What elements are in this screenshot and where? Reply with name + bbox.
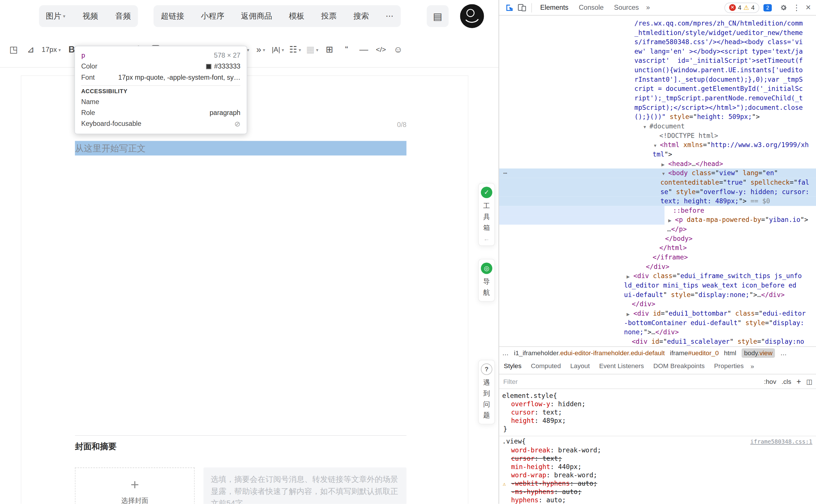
device-toolbar-icon[interactable]	[516, 1, 528, 14]
dom-tree-line[interactable]: <!DOCTYPE html>	[499, 131, 816, 140]
dom-tree-line[interactable]: _htmledition/style/widget/ueditor_new/th…	[499, 28, 816, 38]
dom-tree-line[interactable]: contenteditable="true" spellcheck="fal	[499, 178, 816, 187]
dom-tree-line[interactable]: ▶<head>…</head>	[499, 159, 816, 169]
dom-tree-line[interactable]: ript');_tmpScript.parentNode.removeChild…	[499, 93, 816, 103]
letter-spacing-icon[interactable]: |A|▾	[272, 42, 284, 57]
tag-icon[interactable]: ◳	[7, 42, 20, 57]
dom-tree-line[interactable]: ();}())" style="height: 509px;">	[499, 112, 816, 122]
widget-toolbox[interactable]: ✓工具箱←	[478, 183, 495, 246]
select-cover-button[interactable]: + 选择封面	[75, 468, 194, 504]
widget-help[interactable]: ?遇到问题	[478, 360, 495, 424]
divider-icon[interactable]: —	[358, 42, 370, 57]
dom-tree-line[interactable]: ui-default" style="display:none;">…</div…	[499, 290, 816, 300]
font-size-select[interactable]: 17px▾	[42, 42, 61, 57]
toolbar-button[interactable]: 搜索	[354, 11, 369, 21]
dom-tree-line[interactable]: …▼<body class="view" lang="en"	[499, 169, 816, 178]
css-property[interactable]: cursor: text;	[502, 408, 812, 417]
insert-image-icon[interactable]: ▦▾	[306, 42, 319, 57]
expand-arrow-icon[interactable]: ▶	[627, 310, 634, 319]
expand-arrow-icon[interactable]: ▶	[668, 216, 675, 226]
dom-tree-line[interactable]: </iframe>	[499, 253, 816, 262]
tab-properties[interactable]: Properties	[709, 359, 748, 374]
more-tabs-icon[interactable]: »	[644, 4, 652, 11]
dom-tree-line[interactable]: /res.wx.qq.com/mpres/zh_CN/htmledition/c…	[499, 19, 816, 28]
dom-tree-line[interactable]: cript = document.getElementById('_initia…	[499, 84, 816, 94]
dom-tree-line[interactable]: vascript' id='_initialScript'>setTimeout…	[499, 56, 816, 66]
toolbar-button[interactable]: 返佣商品	[241, 11, 272, 21]
css-property[interactable]: -ms-hyphens: auto;	[502, 488, 812, 496]
more-styles-tabs-icon[interactable]: »	[748, 363, 756, 370]
expand-arrow-icon[interactable]: ▶	[661, 160, 668, 170]
list-icon[interactable]: ☷▾	[289, 42, 302, 57]
toolbar-button[interactable]: 图片▾	[46, 11, 65, 21]
css-property[interactable]: height: 489px;	[502, 417, 812, 425]
dom-tree-line[interactable]: -bottomContainer edui-default" style="di…	[499, 318, 816, 328]
settings-gear-icon[interactable]	[777, 1, 790, 14]
account-avatar[interactable]	[460, 4, 484, 28]
breadcrumb-item[interactable]: iframe#ueditor_0	[670, 349, 719, 356]
tab-event-listeners[interactable]: Event Listeners	[594, 359, 649, 374]
css-property[interactable]: min-height: 440px;	[502, 463, 812, 471]
widget-navigate[interactable]: ◎导航	[478, 259, 495, 302]
breadcrumb-item[interactable]: i1_iframeholder.edui-editor-iframeholder…	[514, 349, 665, 356]
dom-tree-line[interactable]: ▼<html xmlns="http://www.w3.org/1999/xh	[499, 140, 816, 150]
dom-tree-line[interactable]: tml">	[499, 150, 816, 159]
dom-tree-line[interactable]: mpScript);</script></html>");document.cl…	[499, 103, 816, 112]
css-property[interactable]: overflow-y: hidden;	[502, 400, 812, 408]
dom-tree-line[interactable]: </div>	[499, 262, 816, 271]
close-devtools-icon[interactable]: ×	[804, 2, 813, 13]
node-menu-icon[interactable]: …	[503, 167, 507, 176]
expand-arrow-icon[interactable]: ▶	[627, 272, 634, 282]
styles-filter-input[interactable]: Filter	[503, 378, 759, 385]
emoji-icon[interactable]: ☺	[392, 42, 405, 57]
table-icon[interactable]: ⊞	[323, 42, 336, 57]
collapse-arrow-icon[interactable]: ▼	[643, 123, 650, 132]
dom-tree-line[interactable]: </html>	[499, 243, 816, 253]
tab-layout[interactable]: Layout	[565, 359, 594, 374]
toggle-hover-state-button[interactable]: :hov	[764, 378, 776, 385]
toolbar-button[interactable]: ⋯	[386, 11, 393, 21]
issues-button[interactable]: 2	[764, 4, 772, 11]
style-icon[interactable]: ⊿	[24, 42, 37, 57]
dom-tree-line[interactable]: ▶<div id="edui1_bottombar" class="edui-e…	[499, 309, 816, 318]
dom-tree-line[interactable]: …</p>	[499, 225, 816, 234]
dom-tree-line[interactable]: ▼#document	[499, 122, 816, 131]
css-property[interactable]: word-break: break-word;	[502, 446, 812, 454]
dom-tree-line[interactable]: ▶<p data-mpa-powered-by="yiban.io">	[499, 215, 816, 225]
tab-elements[interactable]: Elements	[535, 0, 574, 15]
tab-computed[interactable]: Computed	[526, 359, 565, 374]
collapse-arrow-icon[interactable]: ▼	[661, 169, 668, 179]
rule-header[interactable]: element.style {	[502, 392, 812, 400]
css-property[interactable]: ⚠-webkit-hyphens: auto;	[502, 479, 812, 488]
css-property[interactable]: word-wrap: break-word;	[502, 471, 812, 479]
toolbar-button[interactable]: 模板	[289, 11, 305, 21]
toolbar-button[interactable]: 音频	[115, 11, 131, 21]
code-icon[interactable]: </>	[375, 42, 387, 57]
inspected-paragraph[interactable]: 从这里开始写正文	[75, 141, 406, 156]
dom-tree-line[interactable]: </body>	[499, 234, 816, 243]
new-style-rule-button[interactable]: +	[797, 377, 801, 386]
tab-dom-breakpoints[interactable]: DOM Breakpoints	[649, 359, 710, 374]
collapse-arrow-icon[interactable]: ▼	[653, 141, 660, 151]
dom-tree-line[interactable]: se" style="overflow-y: hidden; cursor:	[499, 187, 816, 197]
dom-tree-line[interactable]: ew' lang='en' ></body><script type='text…	[499, 47, 816, 56]
breadcrumb-item[interactable]: body.view	[741, 348, 775, 358]
dom-tree-line[interactable]: text; height: 489px;"> == $0	[499, 197, 816, 206]
dom-tree-line[interactable]: ▶<div class="edui_iframe_switch_tips js_…	[499, 271, 816, 281]
collapse-widget-icon[interactable]: ←	[483, 235, 490, 242]
breadcrumb-item[interactable]: …	[502, 349, 509, 356]
dom-tree-line[interactable]: ::before	[499, 206, 816, 215]
dom-tree-line[interactable]: none;">…</div>	[499, 328, 816, 337]
toolbar-button[interactable]: 投票	[321, 11, 337, 21]
dom-tree-line[interactable]: ld_editor mini_tips weak_text icon_befor…	[499, 281, 816, 290]
dom-tree-line[interactable]: unction(){window.parent.UE.instants['ued…	[499, 66, 816, 75]
panel-toggle-icon[interactable]: ◫	[806, 378, 812, 385]
summary-input[interactable]: 选填，摘要会在订阅号消息、转发链接等文章外的场景显露，帮助读者快速了解内容，如不…	[203, 468, 406, 504]
tab-console[interactable]: Console	[573, 0, 609, 15]
typeset-button[interactable]: ▤	[427, 5, 448, 27]
css-property[interactable]: hyphens: auto;	[502, 496, 812, 504]
breadcrumb-item[interactable]: html	[724, 349, 736, 356]
toolbar-button[interactable]: 视频	[83, 11, 98, 21]
dom-tree-line[interactable]: s/iframe580348.css'/></head><body class=…	[499, 38, 816, 47]
stylesheet-link[interactable]: iframe580348.css:1	[750, 438, 812, 446]
